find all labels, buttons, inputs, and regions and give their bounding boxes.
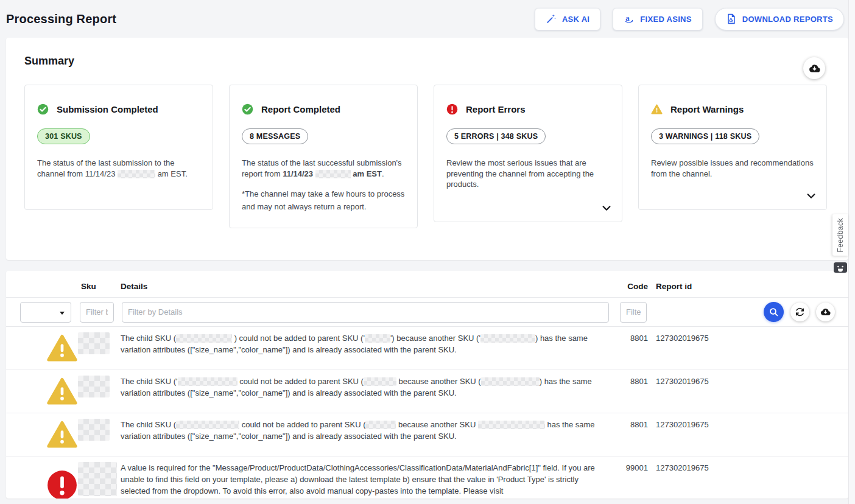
warning-triangle-icon xyxy=(46,419,78,450)
summary-panel: Summary Submission Completed 301 SKUS Th… xyxy=(6,38,848,260)
severity-filter-select[interactable] xyxy=(20,302,71,323)
check-circle-icon xyxy=(242,103,253,115)
row-details: The child SKU (' could not be added to p… xyxy=(121,376,609,407)
row-report-id: 127302019675 xyxy=(648,462,729,499)
top-bar: Processing Report ASK AI a FIXED ASINS D… xyxy=(0,0,855,38)
redacted-text xyxy=(365,334,390,343)
feedback-smiley-icon[interactable] xyxy=(833,262,848,275)
row-code: 8801 xyxy=(609,376,648,407)
redacted-sku xyxy=(78,332,110,354)
feedback-tab[interactable]: Feedback xyxy=(832,214,848,256)
card-footnote: *The channel may take a few hours to pro… xyxy=(242,187,405,213)
card-count-badge: 5 ERRORS | 348 SKUS xyxy=(446,128,546,144)
ask-ai-button[interactable]: ASK AI xyxy=(535,8,600,30)
row-report-id: 127302019675 xyxy=(648,332,729,364)
search-button[interactable] xyxy=(764,302,784,322)
code-filter-input[interactable] xyxy=(620,302,647,323)
card-description: The status of the last submission to the… xyxy=(37,158,200,179)
summary-card-submission-completed: Submission Completed 301 SKUS The status… xyxy=(24,85,213,210)
chevron-down-icon[interactable] xyxy=(601,203,612,214)
card-count-badge: 301 SKUS xyxy=(37,128,90,144)
summary-card-report-warnings: Report Warnings 3 WARNINGS | 118 SKUS Re… xyxy=(638,85,827,210)
column-header-sku: Sku xyxy=(78,282,121,291)
row-report-id: 127302019675 xyxy=(648,376,729,407)
redacted-sku xyxy=(78,376,110,397)
refresh-button[interactable] xyxy=(790,303,809,321)
row-details: The child SKU ( ) could not be added to … xyxy=(121,332,609,364)
summary-cards: Submission Completed 301 SKUS The status… xyxy=(6,68,848,228)
feedback-widget: Feedback xyxy=(832,214,848,275)
summary-card-report-completed: Report Completed 8 MESSAGES The status o… xyxy=(229,85,418,228)
warning-triangle-icon xyxy=(651,103,663,115)
summary-title: Summary xyxy=(24,55,830,68)
row-report-id: 127302019675 xyxy=(648,419,729,450)
redacted-text xyxy=(480,334,535,343)
table-filter-row xyxy=(6,298,848,327)
fixed-asins-button[interactable]: a FIXED ASINS xyxy=(613,8,702,30)
error-circle-icon xyxy=(446,103,458,115)
redacted-text xyxy=(478,421,545,429)
magic-wand-icon xyxy=(546,13,557,24)
page-title: Processing Report xyxy=(6,12,116,26)
redacted-text xyxy=(364,377,396,386)
card-description: Review the most serious issues that are … xyxy=(446,158,610,190)
redacted-text xyxy=(315,170,351,178)
card-count-badge: 8 MESSAGES xyxy=(242,128,308,144)
column-header-code: Code xyxy=(609,282,648,291)
row-details: The child SKU ( could not be added to pa… xyxy=(121,419,609,450)
table-row: The child SKU ( ) could not be added to … xyxy=(6,327,848,370)
row-details: A value is required for the "Message/Pro… xyxy=(121,462,609,499)
warning-triangle-icon xyxy=(46,376,78,407)
row-code: 8801 xyxy=(609,332,648,364)
sku-filter-input[interactable] xyxy=(80,302,114,323)
amazon-logo-icon: a xyxy=(624,13,635,24)
report-file-icon xyxy=(726,13,737,24)
card-title: Report Completed xyxy=(261,104,340,114)
ask-ai-label: ASK AI xyxy=(562,15,589,24)
toolbar: ASK AI a FIXED ASINS DOWNLOAD REPORTS xyxy=(535,8,844,30)
redacted-text xyxy=(178,377,237,386)
card-description: Review possible issues and recommendatio… xyxy=(651,158,814,179)
caret-down-icon xyxy=(60,312,65,315)
card-title: Report Errors xyxy=(466,104,526,114)
card-count-badge: 3 WARNINGS | 118 SKUS xyxy=(651,128,759,144)
redacted-text xyxy=(481,377,540,386)
scrollbar-track[interactable] xyxy=(848,0,855,504)
card-title: Submission Completed xyxy=(57,104,158,114)
redacted-text xyxy=(365,421,396,429)
table-download-button[interactable] xyxy=(816,303,835,321)
table-body: The child SKU ( ) could not be added to … xyxy=(6,327,848,499)
row-code: 8801 xyxy=(609,419,648,450)
svg-text:a: a xyxy=(626,13,630,23)
details-filter-input[interactable] xyxy=(122,302,609,323)
error-circle-icon xyxy=(46,462,78,499)
table-row: A value is required for the "Message/Pro… xyxy=(6,457,848,499)
table-row: The child SKU ( could not be added to pa… xyxy=(6,413,848,457)
summary-card-report-errors: Report Errors 5 ERRORS | 348 SKUS Review… xyxy=(434,85,622,222)
cloud-download-icon xyxy=(820,307,831,317)
check-circle-icon xyxy=(37,103,49,115)
warning-triangle-icon xyxy=(46,332,78,364)
feedback-label: Feedback xyxy=(836,218,845,253)
column-header-blank xyxy=(6,282,78,291)
cloud-download-icon xyxy=(809,63,820,74)
card-description: The status of the last successful submis… xyxy=(242,158,405,179)
download-reports-label: DOWNLOAD REPORTS xyxy=(742,15,833,24)
search-icon xyxy=(769,307,779,317)
redacted-text xyxy=(118,170,155,178)
report-table-panel: Sku Details Code Report id The child SKU… xyxy=(6,271,848,499)
row-code: 99001 xyxy=(609,462,648,499)
redacted-sku xyxy=(78,419,110,441)
table-header-row: Sku Details Code Report id xyxy=(6,271,848,298)
redacted-text xyxy=(176,334,232,343)
download-reports-button[interactable]: DOWNLOAD REPORTS xyxy=(715,8,844,30)
chevron-down-icon[interactable] xyxy=(806,191,817,201)
summary-download-button[interactable] xyxy=(803,57,825,79)
redacted-sku xyxy=(78,462,117,496)
card-title: Report Warnings xyxy=(670,104,744,114)
refresh-icon xyxy=(795,307,805,317)
column-header-details: Details xyxy=(121,282,609,291)
redacted-text xyxy=(176,421,239,429)
column-header-report-id: Report id xyxy=(648,282,729,291)
table-row: The child SKU (' could not be added to p… xyxy=(6,370,848,413)
